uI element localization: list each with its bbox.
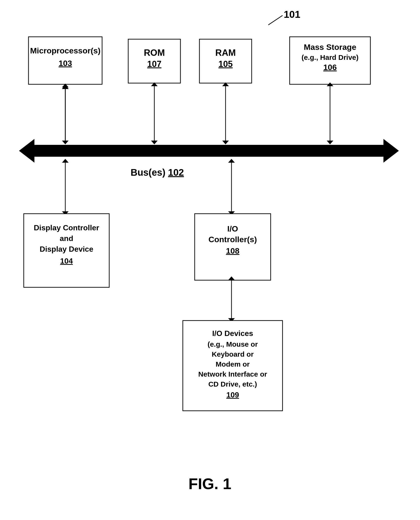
io-ctrl-up-arrow	[228, 159, 235, 163]
microprocessor-ref: 103	[59, 59, 72, 68]
mass-storage-label-2: (e.g., Hard Drive)	[301, 53, 359, 61]
bus-left-arrowhead	[19, 139, 34, 163]
display-label-1: Display Controller	[34, 223, 99, 232]
rom-label: ROM	[144, 48, 165, 58]
display-ref: 104	[60, 257, 73, 265]
io-devices-label-3: Keyboard or	[212, 350, 254, 358]
svg-line-0	[268, 15, 283, 25]
ram-down-arrow	[222, 141, 229, 144]
io-controller-ref: 108	[226, 246, 240, 255]
io-devices-label-5: Network Interface or	[198, 370, 267, 378]
ref-101-text: 101	[284, 9, 300, 20]
mass-storage-ref: 106	[323, 63, 337, 72]
ram-label: RAM	[215, 48, 236, 58]
io-devices-label-2: (e.g., Mouse or	[208, 340, 258, 348]
figure-label: FIG. 1	[188, 475, 232, 492]
diagram-svg: 101 Microprocessor(s) 103 ROM 107 RAM 10…	[0, 0, 420, 520]
io-devices-label-1: I/O Devices	[212, 329, 253, 338]
rom-ref: 107	[147, 59, 161, 69]
display-label-2: and	[60, 234, 73, 243]
display-up-arrow	[62, 159, 69, 163]
microprocessor-label: Microprocessor(s)	[30, 46, 101, 55]
io-devices-label-4: Modem or	[216, 360, 250, 368]
ref-101-label: 101	[268, 9, 300, 25]
micro-down-arrow	[62, 141, 69, 144]
bus-body	[34, 145, 383, 157]
io-controller-label-2: Controller(s)	[209, 235, 257, 244]
ram-ref: 105	[218, 59, 233, 69]
mass-down-arrow	[327, 141, 333, 144]
mass-storage-label-1: Mass Storage	[304, 43, 356, 52]
bus-label: Bus(es) 102	[131, 167, 184, 178]
io-controller-label-1: I/O	[227, 224, 238, 233]
rom-down-arrow	[151, 141, 158, 144]
io-devices-label-6: CD Drive, etc.)	[208, 380, 257, 388]
io-devices-ref: 109	[226, 391, 239, 399]
bus-right-arrowhead	[383, 139, 399, 163]
display-label-3: Display Device	[40, 245, 93, 253]
